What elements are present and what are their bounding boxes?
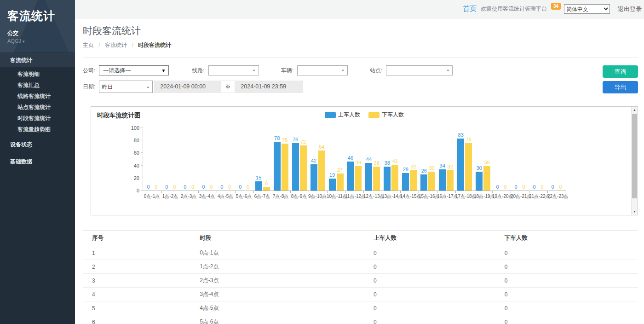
org-name: 公交	[7, 29, 68, 37]
sidebar-item-station-stats[interactable]: 站点客流统计	[0, 102, 75, 113]
bar-value-label: 0	[247, 184, 249, 190]
sidebar-item-trend-chart[interactable]: 客流量趋势图	[0, 124, 75, 135]
col-header-boarding: 上车人数	[364, 231, 495, 246]
bar	[476, 172, 483, 191]
chart-bar-group: 00	[143, 128, 161, 191]
legend-swatch-boarding	[325, 112, 336, 118]
company-select[interactable]: ---请选择--- ▼	[99, 65, 169, 75]
chart-scrollbar[interactable]: ▲ ▼	[631, 107, 638, 215]
bar	[410, 170, 417, 191]
bar-value-label: 39	[484, 160, 490, 166]
bar-value-label: 0	[165, 184, 168, 190]
x-axis-label: 19点-20点	[492, 193, 511, 200]
sidebar-item-period-stats[interactable]: 时段客流统计	[0, 113, 75, 124]
page-head: 时段客流统计 主页 / 客流统计 / 时段客流统计	[83, 18, 638, 58]
bar-value-label: 6	[265, 180, 268, 186]
bar-value-label: 41	[392, 158, 398, 164]
logout-link[interactable]: 退出登录	[618, 5, 642, 13]
bar	[483, 166, 490, 191]
notification-badge[interactable]: 34	[551, 3, 561, 10]
scrollbar-thumb[interactable]	[632, 114, 637, 198]
bar-value-label: 0	[504, 184, 507, 190]
x-axis-label: 4点-5点	[216, 193, 235, 200]
bar-value-label: 0	[551, 184, 554, 190]
sidebar-item-passenger-summary[interactable]: 客流汇总	[0, 80, 75, 91]
chart-bar-group: 4264	[309, 128, 327, 191]
sidebar-item-line-stats[interactable]: 线路客流统计	[0, 91, 75, 102]
chart-bar-group: 00	[198, 128, 217, 191]
station-label: 站点:	[370, 67, 382, 75]
bar-value-label: 38	[385, 160, 390, 166]
bar	[274, 142, 281, 191]
sidebar-logo-area: 客流统计 公交 AQGJ▾	[0, 0, 75, 53]
bar	[365, 163, 372, 191]
scrollbar-up-arrow-icon[interactable]: ▲	[632, 107, 638, 113]
bar-value-label: 34	[440, 163, 445, 169]
x-axis-label: 3点-4点	[198, 193, 216, 200]
bar-value-label: 0	[202, 184, 205, 190]
station-select[interactable]	[386, 65, 453, 75]
x-axis-label: 13点-14点	[382, 193, 400, 200]
caret-down-icon: ▾	[23, 39, 25, 44]
sidebar-item-base-data[interactable]: 基础数据	[0, 155, 75, 169]
period-stats-table: 序号 时段 上车人数 下车人数 10点-1点0021点-2点0032点-3点00…	[83, 230, 638, 324]
breadcrumb-passenger-stats[interactable]: 客流统计	[105, 42, 127, 48]
legend-item-boarding[interactable]: 上车人数	[325, 111, 360, 119]
bar	[263, 187, 270, 191]
org-code-dropdown[interactable]: AQGJ▾	[7, 38, 68, 44]
bar-value-label: 27	[337, 167, 343, 173]
bar-value-label: 0	[184, 184, 186, 190]
bar-value-label: 76	[466, 137, 472, 143]
y-axis-tick-label: 40	[126, 163, 139, 168]
start-date-input[interactable]: 2024-01-09 00:00	[154, 81, 221, 93]
y-axis-tick-label: 60	[126, 150, 139, 156]
bar-value-label: 32	[448, 164, 453, 170]
bar	[384, 167, 391, 191]
bar	[439, 169, 446, 191]
bar-value-label: 0	[540, 184, 543, 190]
x-axis-label: 0点-1点	[143, 193, 161, 200]
caret-down-icon: ▼	[161, 68, 166, 73]
bar-value-label: 64	[319, 144, 324, 150]
line-label: 线路:	[192, 67, 204, 75]
end-date-input[interactable]: 2024-01-09 23:59	[235, 81, 303, 93]
bar	[402, 173, 409, 191]
sidebar-item-device-status[interactable]: 设备状态	[0, 138, 75, 152]
chart-bar-group: 4639	[345, 128, 363, 191]
page-title: 时段客流统计	[83, 24, 638, 37]
language-select[interactable]: 简体中文	[564, 4, 610, 14]
welcome-text: 欢迎使用客流统计管理平台	[481, 5, 547, 13]
bar-value-label: 39	[356, 160, 361, 166]
bar-value-label: 44	[366, 156, 372, 162]
bar-value-label: 26	[421, 168, 427, 174]
line-select[interactable]	[208, 65, 259, 75]
bar	[292, 143, 299, 191]
date-preset-select[interactable]: 昨日	[99, 81, 153, 93]
scrollbar-down-arrow-icon[interactable]: ▼	[632, 208, 638, 215]
home-link[interactable]: 首页	[463, 5, 477, 13]
chart-bar-group: 4438	[363, 128, 382, 191]
sidebar-item-passenger-stats[interactable]: 客流统计	[0, 53, 75, 67]
x-axis-label: 6点-7点	[253, 193, 271, 200]
bar	[447, 170, 454, 191]
vehicle-select[interactable]	[297, 65, 348, 75]
chart-bar-group: 00	[161, 128, 180, 191]
breadcrumb-home[interactable]: 主页	[83, 42, 94, 48]
bar-value-label: 75	[282, 137, 288, 143]
x-axis-label: 21点-22点	[529, 193, 547, 200]
sidebar-item-passenger-detail[interactable]: 客流明细	[0, 69, 75, 80]
x-axis-label: 15点-16点	[419, 193, 437, 200]
bar	[391, 165, 398, 191]
bar	[457, 139, 464, 191]
x-axis-label: 2点-3点	[179, 193, 198, 200]
bar-value-label: 30	[477, 165, 482, 171]
filter-section: 公司: ---请选择--- ▼ 线路: ⌄ 车辆: ⌄ 站点: ⌄ 日期: 昨日…	[83, 58, 638, 100]
export-button[interactable]: 导出	[603, 81, 638, 93]
bar-value-label: 38	[374, 160, 380, 166]
chart-bar-group: 00	[529, 128, 547, 191]
query-button[interactable]: 查询	[603, 65, 638, 78]
topbar: 首页 欢迎使用客流统计管理平台 34 简体中文 退出登录	[75, 0, 644, 18]
bar-value-label: 0	[533, 184, 535, 190]
legend-item-alighting[interactable]: 下车人数	[368, 111, 404, 119]
chart-panel: 时段车流统计图 上车人数 下车人数 0204060801000000000000…	[91, 106, 638, 215]
